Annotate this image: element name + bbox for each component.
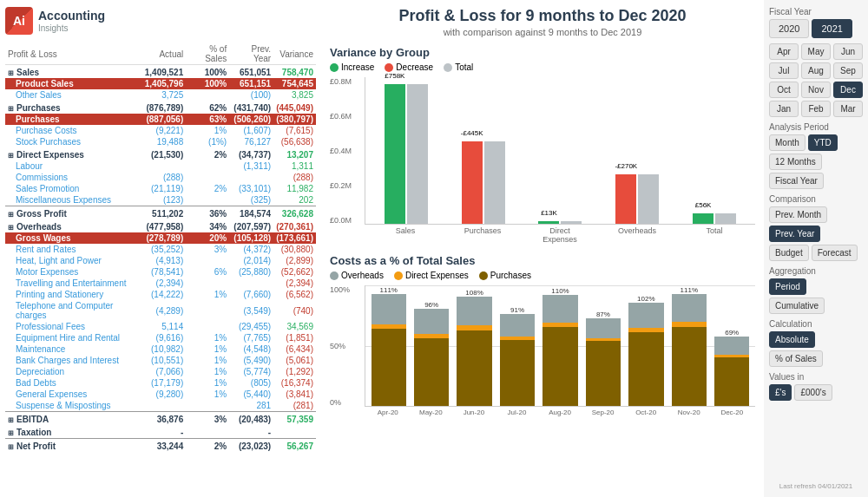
bar-total-label: 69%	[725, 329, 739, 337]
stacked-bar-group: 111%	[368, 294, 409, 407]
row-name: Professional Fees	[5, 321, 142, 332]
costs-legend: Overheads Direct Expenses Purchases	[330, 271, 755, 280]
month-nov-button[interactable]: Nov	[801, 82, 831, 98]
costs-x-label: Aug-20	[539, 409, 581, 416]
section-prev: (20,483)	[229, 412, 273, 426]
period-ytd-button[interactable]: YTD	[808, 134, 838, 151]
row-name: Depreciation	[5, 366, 142, 377]
row-actual: 19,488	[142, 136, 187, 147]
comp-prev-month-button[interactable]: Prev. Month	[769, 206, 827, 223]
purchases-segment	[628, 332, 663, 406]
comp-prev-year-button[interactable]: Prev. Year	[769, 226, 820, 242]
table-row: ⊞Sales 1,409,521 100% 651,051 758,470	[5, 65, 316, 79]
row-name: Other Sales	[5, 89, 142, 101]
row-pct: 1%	[186, 355, 229, 366]
purchases-segment	[500, 340, 535, 406]
row-name: Rent and Rates	[5, 244, 142, 255]
comparison-label: Comparison	[769, 194, 863, 204]
agg-period-button[interactable]: Period	[769, 278, 806, 295]
purchases-label: Purchases	[490, 271, 531, 280]
row-pct	[186, 300, 229, 321]
stacked-bar-group: 96%	[411, 309, 451, 406]
month-mar-button[interactable]: Mar	[833, 101, 863, 117]
row-pct	[186, 194, 229, 206]
row-name: Motor Expenses	[5, 266, 142, 278]
month-jan-button[interactable]: Jan	[769, 101, 799, 117]
period-month-button[interactable]: Month	[769, 134, 806, 151]
row-name: Stock Purchases	[5, 136, 142, 147]
row-pct: 1%	[186, 377, 229, 389]
comp-budget-button[interactable]: Budget	[769, 245, 809, 261]
section-prev: (207,597)	[229, 219, 273, 232]
stacked-bar-group: 108%	[454, 297, 495, 406]
section-prev: (431,740)	[229, 101, 273, 114]
section-prev: 184,574	[229, 206, 273, 220]
period-fiscal-button[interactable]: Fiscal Year	[769, 173, 824, 189]
row-pct: 1%	[186, 289, 229, 300]
table-row: Maintenance (10,982) 1% (4,548) (6,434)	[5, 343, 316, 355]
row-prev: (4,372)	[229, 244, 273, 255]
row-prev	[229, 172, 273, 183]
increase-dot	[330, 63, 339, 72]
period-12months-button[interactable]: 12 Months	[769, 154, 822, 170]
section-actual: 33,244	[142, 439, 187, 453]
row-actual: (2,394)	[142, 278, 187, 289]
row-variance: 754,645	[273, 78, 316, 89]
month-aug-button[interactable]: Aug	[801, 62, 831, 79]
table-row: Travelling and Entertainment (2,394) (2,…	[5, 278, 316, 289]
comp-forecast-button[interactable]: Forecast	[812, 245, 858, 261]
y-axis: £0.8M £0.6M £0.4M £0.2M £0.0M	[330, 77, 352, 225]
month-jul-button[interactable]: Jul	[769, 62, 799, 79]
overheads-segment	[500, 314, 535, 337]
month-dec-button[interactable]: Dec	[833, 82, 863, 98]
section-actual: 1,409,521	[142, 65, 187, 79]
costs-x-label: Oct-20	[625, 409, 667, 416]
month-jun-button[interactable]: Jun	[833, 43, 863, 60]
row-actual: (7,066)	[142, 366, 187, 377]
row-variance: (5,061)	[273, 355, 316, 366]
row-name: Travelling and Entertainment	[5, 278, 142, 289]
middle-panel: Profit & Loss for 9 months to Dec 2020 w…	[321, 0, 764, 497]
row-pct: 1%	[186, 125, 229, 136]
values-pounds-button[interactable]: £'s	[769, 384, 792, 401]
month-oct-button[interactable]: Oct	[769, 82, 799, 98]
row-prev: (3,549)	[229, 300, 273, 321]
year-2020-button[interactable]: 2020	[769, 19, 809, 38]
section-name: ⊞Gross Profit	[5, 206, 142, 220]
overheads-dot	[330, 271, 339, 280]
month-apr-button[interactable]: Apr	[769, 43, 799, 60]
direct-label: Direct Expenses	[405, 271, 469, 280]
table-row: Heat, Light and Power (4,913) (2,014) (2…	[5, 255, 316, 266]
row-prev: (25,880)	[229, 266, 273, 278]
month-feb-button[interactable]: Feb	[801, 101, 831, 117]
bar-total-label: 110%	[551, 287, 569, 295]
row-actual: (21,119)	[142, 183, 187, 194]
calc-pct-button[interactable]: % of Sales	[769, 350, 823, 367]
row-actual: (10,551)	[142, 355, 187, 366]
purchases-segment	[372, 329, 406, 406]
month-sep-button[interactable]: Sep	[833, 62, 863, 79]
values-thousands-button[interactable]: £000's	[794, 384, 832, 401]
row-name: Purchases	[5, 114, 142, 125]
year-2021-button[interactable]: 2021	[812, 19, 852, 38]
overheads-segment	[542, 295, 577, 324]
agg-cumulative-button[interactable]: Cumulative	[769, 298, 825, 314]
row-pct	[186, 278, 229, 289]
row-actual: 5,114	[142, 321, 187, 332]
col-header-actual: Actual	[142, 43, 187, 65]
stacked-bar-group: 69%	[712, 337, 753, 407]
variance-x-labels: SalesPurchasesDirectExpensesOverheadsTot…	[365, 226, 755, 244]
row-actual: (887,056)	[142, 114, 187, 125]
row-variance: (56,638)	[273, 136, 316, 147]
row-pct: 2%	[186, 183, 229, 194]
month-may-button[interactable]: May	[801, 43, 831, 60]
section-pct: 36%	[186, 206, 229, 220]
calc-absolute-button[interactable]: Absolute	[769, 331, 815, 348]
total-bar	[561, 221, 582, 224]
table-row: Suspense & Mispostings 281 (281)	[5, 400, 316, 412]
legend-purchases: Purchases	[479, 271, 531, 280]
costs-x-label: Dec-20	[712, 409, 753, 416]
costs-bars: 111%96%108%91%110%87%102%111%69%	[365, 285, 755, 406]
row-prev: 76,127	[229, 136, 273, 147]
legend-increase: Increase	[330, 62, 374, 72]
